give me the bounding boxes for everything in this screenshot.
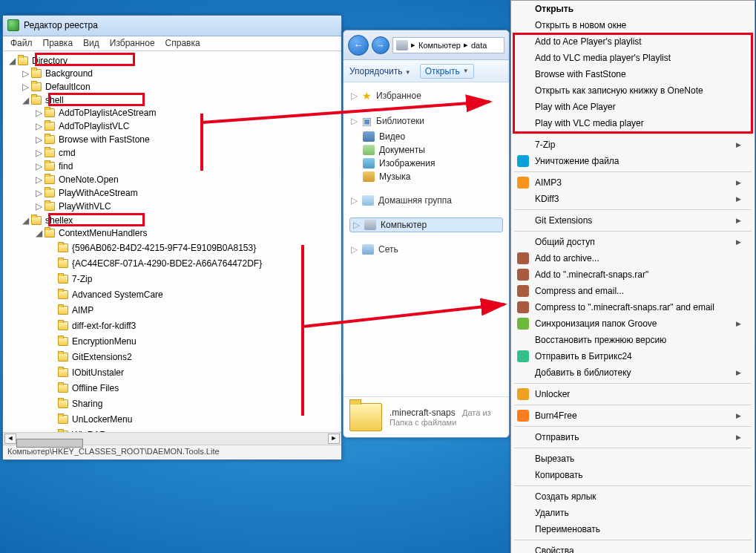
open-button[interactable]: Открыть ▼ xyxy=(420,64,474,79)
breadcrumb-0[interactable]: Компьютер xyxy=(418,41,461,50)
tree-item[interactable]: ▷cmd xyxy=(36,146,341,160)
menu-separator xyxy=(514,209,752,210)
nav-pictures[interactable]: Изображения xyxy=(349,157,503,170)
menu-item-icon xyxy=(517,177,529,189)
tree-cmh[interactable]: ◢ContextMenuHandlers{596AB062-B4D2-4215-… xyxy=(36,226,341,431)
nav-homegroup[interactable]: ▷ Домашняя группа xyxy=(349,194,503,207)
nav-favorites[interactable]: ▷★ Избранное xyxy=(349,88,503,103)
context-menu-item[interactable]: Compress to ".minecraft-snaps.rar" and e… xyxy=(511,299,755,315)
tree-item[interactable]: ▷OneNote.Open xyxy=(36,173,341,186)
nav-back-button[interactable]: ← xyxy=(348,35,369,56)
tree-item[interactable]: 7-Zip xyxy=(49,270,341,286)
tree-item[interactable]: ▷Browse with FastStone xyxy=(36,133,341,146)
nav-video[interactable]: Видео xyxy=(349,130,503,143)
tree-item[interactable]: ▷PlayWithVLC xyxy=(36,200,341,213)
tree-item[interactable]: ▷Background xyxy=(22,67,341,80)
context-menu-item[interactable]: Отправить в Битрикс24 xyxy=(511,348,755,364)
scroll-left-button[interactable]: ◄ xyxy=(4,433,16,444)
tree-directory[interactable]: ◢Directory▷Background▷DefaultIcon◢shell▷… xyxy=(9,54,341,431)
submenu-arrow-icon: ▶ xyxy=(736,217,741,224)
tree-item[interactable]: UnLockerMenu xyxy=(49,410,341,426)
regedit-title: Редактор реестра xyxy=(24,20,98,30)
registry-tree[interactable]: ◢Directory▷Background▷DefaultIcon◢shell▷… xyxy=(3,51,341,431)
menu-item-label: Открыть как записную книжку в OneNote xyxy=(535,85,703,96)
context-menu-item[interactable]: Восстановить прежнюю версию xyxy=(511,332,755,348)
context-menu-item[interactable]: Add to VLC media player's Playlist xyxy=(511,50,755,66)
context-menu-item[interactable]: Общий доступ▶ xyxy=(511,234,755,250)
menu-fav[interactable]: Избранное xyxy=(110,38,155,50)
tree-item[interactable]: Advanced SystemCare xyxy=(49,286,341,301)
tree-item[interactable]: AIMP xyxy=(49,301,341,317)
scroll-thumb[interactable] xyxy=(16,439,83,448)
regedit-icon xyxy=(7,19,19,31)
context-menu-item[interactable]: Add to ".minecraft-snaps.rar" xyxy=(511,266,755,283)
context-menu-item[interactable]: Browse with FastStone xyxy=(511,66,755,82)
menu-view[interactable]: Вид xyxy=(83,38,99,50)
breadcrumb[interactable]: ▸ Компьютер ▸ data xyxy=(392,37,504,53)
tree-item[interactable]: ▷DefaultIcon xyxy=(22,80,341,94)
folder-icon xyxy=(349,403,382,431)
tree-item[interactable]: GitExtensions2 xyxy=(49,348,341,364)
tree-shellex[interactable]: ◢shellex◢ContextMenuHandlers{596AB062-B4… xyxy=(22,214,341,431)
tree-item[interactable]: Offline Files xyxy=(49,379,341,395)
organize-button[interactable]: Упорядочить ▼ xyxy=(349,66,411,76)
tree-item[interactable]: {AC44EC8F-071A-4290-BDE2-A66A764472DF} xyxy=(49,255,341,270)
nav-documents[interactable]: Документы xyxy=(349,143,503,157)
context-menu-item[interactable]: Unlocker xyxy=(511,386,755,402)
context-menu-item[interactable]: 7-Zip▶ xyxy=(511,137,755,153)
tree-item[interactable]: diff-ext-for-kdiff3 xyxy=(49,317,341,333)
menu-item-label: Переименовать xyxy=(535,524,600,534)
context-menu-item[interactable]: Открыть в новом окне xyxy=(511,17,755,33)
menu-edit[interactable]: Правка xyxy=(43,38,73,50)
nav-computer[interactable]: ▷ Компьютер xyxy=(349,217,503,232)
context-menu-item[interactable]: Создать ярлык xyxy=(511,488,755,505)
menu-item-label: Add to Ace Player's playlist xyxy=(535,36,642,47)
context-menu-item[interactable]: Удалить xyxy=(511,505,755,521)
tree-item[interactable]: ▷PlayWithAceStream xyxy=(36,186,341,200)
tree-item[interactable]: {596AB062-B4D2-4215-9F74-E9109B0A8153} xyxy=(49,239,341,255)
tree-item[interactable]: ▷AddToPlaylistVLC xyxy=(36,120,341,133)
context-menu-item[interactable]: Git Extensions▶ xyxy=(511,212,755,229)
menu-item-label: Play with VLC media player xyxy=(535,118,644,128)
tree-item[interactable]: WinRAR xyxy=(49,426,341,431)
regedit-titlebar[interactable]: Редактор реестра xyxy=(3,16,341,36)
tree-item[interactable]: Sharing xyxy=(49,395,341,410)
menu-item-icon xyxy=(517,388,529,400)
context-menu-item[interactable]: Открыть как записную книжку в OneNote xyxy=(511,82,755,99)
context-menu-item[interactable]: Play with VLC media player xyxy=(511,115,755,131)
nav-fwd-button[interactable]: → xyxy=(372,36,389,54)
breadcrumb-1[interactable]: data xyxy=(471,41,487,50)
context-menu-item[interactable]: Добавить в библиотеку▶ xyxy=(511,364,755,381)
context-menu-item[interactable]: Add to Ace Player's playlist xyxy=(511,33,755,50)
context-menu-item[interactable]: Переименовать xyxy=(511,521,755,537)
context-menu-item[interactable]: Открыть xyxy=(511,1,755,17)
nav-music[interactable]: Музыка xyxy=(349,170,503,183)
tree-item[interactable]: ▷find xyxy=(36,160,341,173)
context-menu-item[interactable]: Уничтожение файла xyxy=(511,153,755,169)
menu-item-label: Копировать xyxy=(535,470,583,480)
scroll-right-button[interactable]: ► xyxy=(328,433,340,444)
context-menu-item[interactable]: AIMP3▶ xyxy=(511,174,755,191)
tree-item[interactable]: IObitUnstaler xyxy=(49,364,341,379)
menu-file[interactable]: Файл xyxy=(10,38,33,50)
context-menu-item[interactable]: Play with Ace Player xyxy=(511,99,755,115)
context-menu-item[interactable]: Burn4Free▶ xyxy=(511,408,755,424)
regedit-hscrollbar[interactable]: ◄ ► xyxy=(3,432,341,445)
menu-separator xyxy=(514,231,752,232)
menu-help[interactable]: Справка xyxy=(165,38,200,50)
menu-item-label: Добавить в библиотеку xyxy=(535,367,631,378)
context-menu-item[interactable]: Копировать xyxy=(511,467,755,483)
tree-item[interactable]: ▷AddToPlaylistAceStream xyxy=(36,106,341,120)
context-menu-item[interactable]: Add to archive... xyxy=(511,250,755,266)
context-menu-item[interactable]: Свойства xyxy=(511,543,755,553)
nav-libraries[interactable]: ▷▣ Библиотеки xyxy=(349,114,503,128)
tree-item[interactable]: EncryptionMenu xyxy=(49,333,341,348)
context-menu-item[interactable]: Compress and email... xyxy=(511,283,755,299)
context-menu-item[interactable]: Вырезать xyxy=(511,451,755,467)
context-menu-item[interactable]: KDiff3▶ xyxy=(511,191,755,207)
context-menu-item[interactable]: Синхронизация папок Groove▶ xyxy=(511,315,755,332)
context-menu-item[interactable]: Отправить▶ xyxy=(511,429,755,445)
nav-network[interactable]: ▷ Сеть xyxy=(349,243,503,256)
context-menu[interactable]: ОткрытьОткрыть в новом окнеAdd to Ace Pl… xyxy=(510,0,755,553)
tree-shell[interactable]: ◢shell▷AddToPlaylistAceStream▷AddToPlayl… xyxy=(22,94,341,214)
